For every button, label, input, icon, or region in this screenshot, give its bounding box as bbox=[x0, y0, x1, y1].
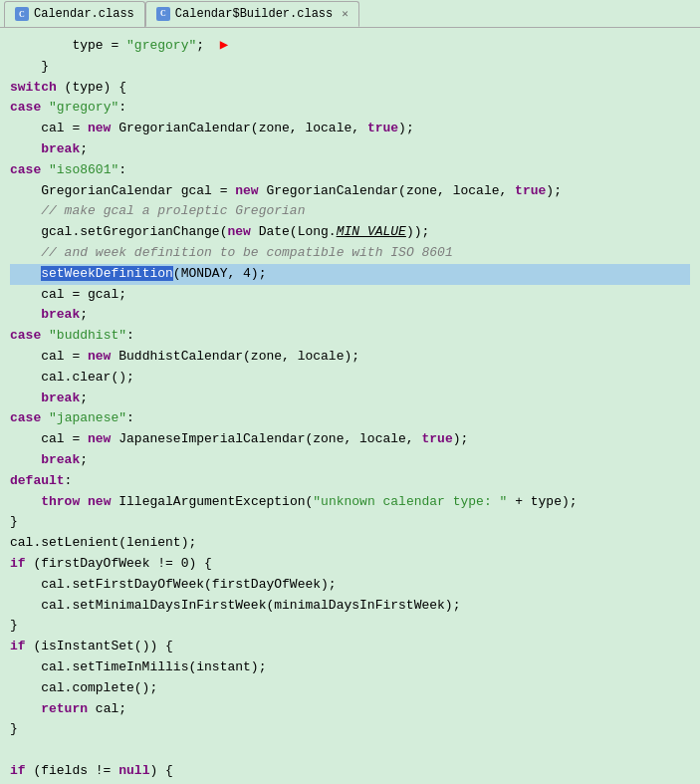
code-line: cal = new GregorianCalendar(zone, locale… bbox=[10, 119, 690, 139]
code-line bbox=[10, 740, 690, 761]
code-line: cal.setLenient(lenient); bbox=[10, 533, 690, 554]
tab-close-icon[interactable]: ✕ bbox=[342, 7, 349, 20]
code-line: // and week definition to be compatible … bbox=[10, 243, 690, 264]
code-line: // make gcal a proleptic Gregorian bbox=[10, 201, 690, 222]
code-line: return cal; bbox=[10, 699, 690, 720]
code-line-highlighted: setWeekDefinition(MONDAY, 4); bbox=[10, 264, 690, 285]
code-line: break; bbox=[10, 389, 690, 409]
code-line: case "iso8601": bbox=[10, 160, 690, 181]
code-line: if (fields != null) { bbox=[10, 761, 690, 782]
code-line: } bbox=[10, 719, 690, 740]
code-line: gcal.setGregorianChange(new Date(Long.MI… bbox=[10, 222, 690, 243]
code-line: break; bbox=[10, 139, 690, 160]
code-line: } bbox=[10, 512, 690, 533]
code-line: case "japanese": bbox=[10, 408, 690, 429]
code-line: cal = new JapaneseImperialCalendar(zone,… bbox=[10, 429, 690, 450]
code-line: if (isInstantSet()) { bbox=[10, 637, 690, 657]
code-line: cal.clear(); bbox=[10, 368, 690, 389]
code-line: } bbox=[10, 57, 690, 78]
code-line: switch (type) { bbox=[10, 78, 690, 99]
code-line: cal = new BuddhistCalendar(zone, locale)… bbox=[10, 347, 690, 368]
code-line: cal.setTimeInMillis(instant); bbox=[10, 657, 690, 678]
code-line: type = "gregory"; ▶ bbox=[10, 34, 690, 57]
code-line: throw new IllegalArgumentException("unkn… bbox=[10, 492, 690, 513]
code-line: cal.setMinimalDaysInFirstWeek(minimalDay… bbox=[10, 596, 690, 617]
code-line: if (firstDayOfWeek != 0) { bbox=[10, 554, 690, 575]
tab-calendar-class[interactable]: C Calendar.class bbox=[4, 1, 145, 27]
code-line: case "buddhist": bbox=[10, 326, 690, 347]
code-line: break; bbox=[10, 450, 690, 471]
code-line: default: bbox=[10, 471, 690, 492]
code-line: case "gregory": bbox=[10, 98, 690, 119]
tab-calendar-builder-icon: C bbox=[156, 7, 170, 21]
code-area: type = "gregory"; ▶ } switch (type) { ca… bbox=[0, 28, 700, 784]
tab-calendar-class-icon: C bbox=[15, 7, 29, 21]
code-line: GregorianCalendar gcal = new GregorianCa… bbox=[10, 181, 690, 202]
tab-bar: C Calendar.class C Calendar$Builder.clas… bbox=[0, 0, 700, 28]
code-line: break; bbox=[10, 305, 690, 326]
tab-calendar-class-label: Calendar.class bbox=[34, 7, 134, 21]
tab-calendar-builder-class[interactable]: C Calendar$Builder.class ✕ bbox=[145, 1, 359, 27]
code-line: cal.complete(); bbox=[10, 678, 690, 699]
tab-calendar-builder-label: Calendar$Builder.class bbox=[175, 7, 333, 21]
code-line: cal.setFirstDayOfWeek(firstDayOfWeek); bbox=[10, 575, 690, 596]
code-line: } bbox=[10, 616, 690, 637]
code-line: cal = gcal; bbox=[10, 285, 690, 306]
